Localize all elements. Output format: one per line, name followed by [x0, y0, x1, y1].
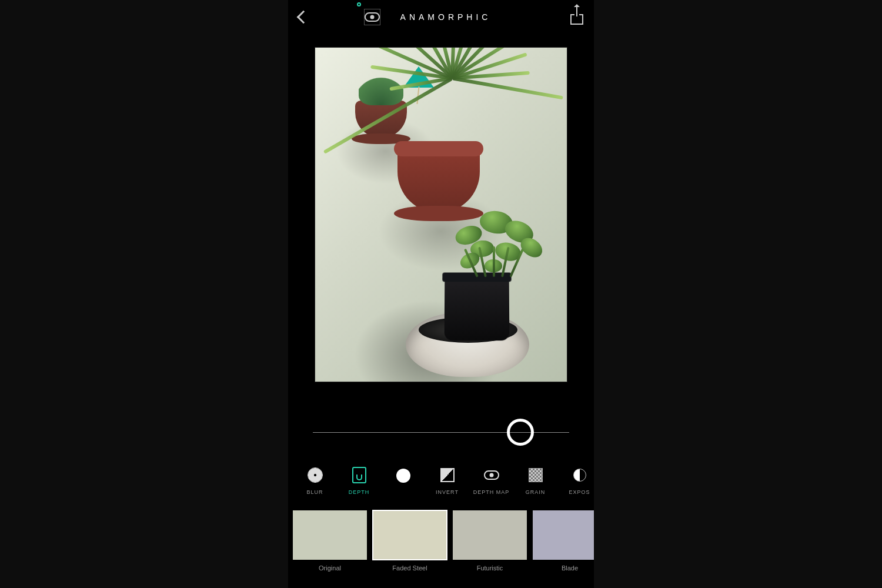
- tool-label: INVERT: [436, 489, 459, 495]
- tool-exposure[interactable]: EXPOS: [557, 467, 594, 495]
- aperture-icon: [308, 467, 323, 483]
- adjustment-slider[interactable]: [313, 415, 569, 450]
- tool-depthmap[interactable]: DEPTH MAP: [469, 467, 513, 495]
- back-button[interactable]: [299, 12, 308, 22]
- top-bar-center: ANAMORPHIC: [364, 9, 492, 25]
- chevron-left-icon: [297, 11, 310, 24]
- tool-invert[interactable]: INVERT: [425, 467, 469, 495]
- filter-thumbnail: [373, 510, 447, 560]
- filter-faded-steel[interactable]: Faded Steel: [373, 510, 447, 572]
- filter-futuristic[interactable]: Futuristic: [453, 510, 527, 572]
- filter-thumbnail: [453, 510, 527, 560]
- exposure-icon: [573, 469, 586, 482]
- tool-label: GRAIN: [526, 489, 546, 495]
- slider-handle[interactable]: [507, 419, 534, 446]
- filter-thumbnail: [293, 510, 367, 560]
- tool-label: BLUR: [306, 489, 323, 495]
- dot-icon: [396, 467, 410, 483]
- filter-blade[interactable]: Blade: [533, 510, 594, 572]
- filter-label: Faded Steel: [392, 564, 427, 572]
- preview-toggle-button[interactable]: [364, 9, 380, 25]
- invert-icon: [440, 468, 455, 482]
- preview-object: [397, 145, 480, 213]
- share-icon: [570, 9, 583, 25]
- filter-label: Blade: [562, 564, 578, 572]
- tool-blur[interactable]: BLUR: [293, 467, 337, 495]
- top-bar: ANAMORPHIC: [288, 0, 594, 34]
- canvas: ANAMORPHIC: [0, 0, 882, 588]
- preview-area: [288, 34, 594, 387]
- photo-preview[interactable]: [315, 47, 567, 382]
- tool-depth[interactable]: DEPTH: [337, 467, 381, 495]
- share-button[interactable]: [570, 9, 583, 25]
- tool-grain[interactable]: GRAIN: [513, 467, 557, 495]
- depth-icon: [352, 467, 366, 483]
- filter-original[interactable]: Original: [293, 510, 367, 572]
- eye-icon: [484, 470, 499, 480]
- grain-icon: [529, 468, 543, 482]
- tool-label: DEPTH MAP: [473, 489, 510, 495]
- app-frame: ANAMORPHIC: [288, 0, 594, 588]
- filter-strip[interactable]: Original Faded Steel: [288, 495, 594, 572]
- eye-icon: [365, 12, 380, 22]
- tool-center[interactable]: [381, 467, 425, 489]
- filter-label: Original: [319, 564, 341, 572]
- tool-label: EXPOS: [569, 489, 590, 495]
- filter-thumbnail: [533, 510, 594, 560]
- filter-label: Futuristic: [477, 564, 503, 572]
- app-title: ANAMORPHIC: [400, 12, 492, 22]
- tool-row: BLURDEPTHINVERTDEPTH MAPGRAINEXPOS: [288, 467, 594, 495]
- tool-label: DEPTH: [349, 489, 370, 495]
